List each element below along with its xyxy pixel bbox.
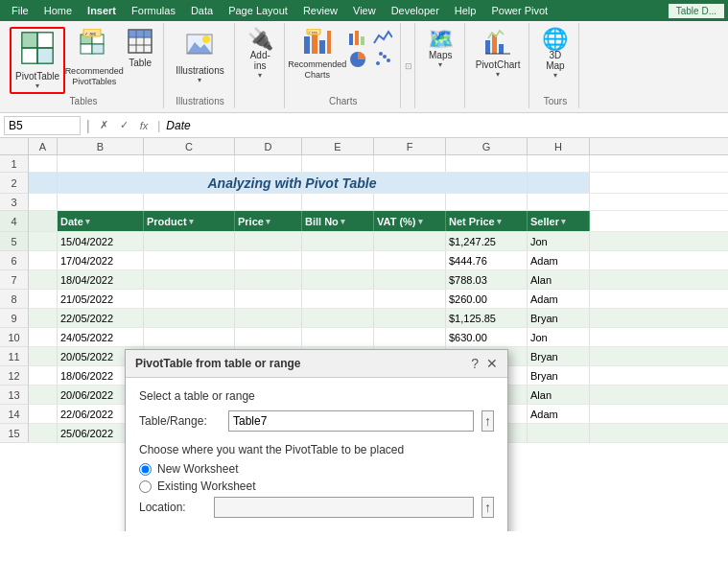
cell-10-vat[interactable] <box>374 328 446 346</box>
cell-10-billno[interactable] <box>302 328 374 346</box>
charts-launcher[interactable]: ⊡ <box>403 23 415 108</box>
cell-5-product[interactable] <box>144 232 235 250</box>
rownum-7[interactable]: 7 <box>0 270 29 290</box>
illustrations-button[interactable]: Illustrations ▾ <box>172 27 228 86</box>
cell-4-A[interactable] <box>29 211 58 231</box>
name-box[interactable] <box>4 116 81 135</box>
cell-12-seller[interactable]: Bryan <box>528 366 590 385</box>
cell-6-vat[interactable] <box>374 251 446 269</box>
cell-3-C[interactable] <box>144 194 235 210</box>
col-header-F[interactable]: F <box>374 138 446 154</box>
pivottable-button[interactable]: PivotTable ▾ <box>10 27 65 94</box>
cell-9-price[interactable] <box>235 309 302 327</box>
table-range-picker-icon[interactable]: ↑ <box>481 410 494 432</box>
cell-11-seller[interactable]: Bryan <box>528 347 590 365</box>
menu-file[interactable]: File <box>4 3 36 18</box>
rownum-6[interactable]: 6 <box>0 251 29 270</box>
cancel-formula-icon[interactable]: ✗ <box>96 119 112 131</box>
cell-10-price[interactable] <box>235 328 302 346</box>
rownum-4[interactable]: 4 <box>0 211 29 232</box>
header-date[interactable]: Date ▾ <box>58 211 144 231</box>
formula-input[interactable]: Date <box>166 119 724 132</box>
pie-chart-button[interactable] <box>346 50 369 69</box>
header-vat[interactable]: VAT (%) ▾ <box>374 211 446 231</box>
cell-6-billno[interactable] <box>302 251 374 269</box>
line-chart-button[interactable] <box>371 29 394 48</box>
cell-8-seller[interactable]: Adam <box>528 290 590 308</box>
header-billno[interactable]: Bill No ▾ <box>302 211 374 231</box>
cell-10-netprice[interactable]: $630.00 <box>446 328 528 346</box>
cell-10-seller[interactable]: Jon <box>528 328 590 346</box>
location-input[interactable] <box>214 497 474 518</box>
insert-function-icon[interactable]: fx <box>136 120 153 131</box>
header-seller[interactable]: Seller ▾ <box>528 211 590 231</box>
location-picker-icon[interactable]: ↑ <box>481 497 494 518</box>
cell-5-vat[interactable] <box>374 232 446 250</box>
rownum-5[interactable]: 5 <box>0 232 29 251</box>
col-header-C[interactable]: C <box>144 138 235 154</box>
col-header-E[interactable]: E <box>302 138 374 154</box>
rownum-3[interactable]: 3 <box>0 194 29 211</box>
rownum-2[interactable]: 2 <box>0 173 29 194</box>
cell-9-netprice[interactable]: $1,125.85 <box>446 309 528 327</box>
cell-7-seller[interactable]: Alan <box>528 270 590 289</box>
cell-1-D[interactable] <box>235 155 302 172</box>
cell-8-A[interactable] <box>29 290 58 308</box>
cell-14-seller[interactable]: Adam <box>528 405 590 423</box>
rownum-14[interactable]: 14 <box>0 405 29 424</box>
cell-8-date[interactable]: 21/05/2022 <box>58 290 144 308</box>
recommended-charts-button[interactable]: ✓ rec RecommendedCharts <box>293 27 342 82</box>
cell-10-A[interactable] <box>29 328 58 346</box>
menu-powerpivot[interactable]: Power Pivot <box>483 3 555 18</box>
menu-data[interactable]: Data <box>183 3 221 18</box>
col-header-H[interactable]: H <box>528 138 590 154</box>
cell-5-date[interactable]: 15/04/2022 <box>58 232 144 250</box>
cell-1-H[interactable] <box>528 155 590 172</box>
cell-9-product[interactable] <box>144 309 235 327</box>
col-header-G[interactable]: G <box>446 138 528 154</box>
cell-10-product[interactable] <box>144 328 235 346</box>
cell-7-product[interactable] <box>144 270 235 289</box>
menu-view[interactable]: View <box>345 3 384 18</box>
cell-3-A[interactable] <box>29 194 58 210</box>
header-netprice[interactable]: Net Price ▾ <box>446 211 528 231</box>
cell-6-price[interactable] <box>235 251 302 269</box>
cell-3-H[interactable] <box>528 194 590 210</box>
menu-pagelayout[interactable]: Page Layout <box>221 3 295 18</box>
rownum-15[interactable]: 15 <box>0 424 29 443</box>
col-header-A[interactable]: A <box>29 138 58 154</box>
rownum-9[interactable]: 9 <box>0 309 29 328</box>
confirm-formula-icon[interactable]: ✓ <box>116 119 132 131</box>
cell-1-G[interactable] <box>446 155 528 172</box>
cell-11-A[interactable] <box>29 347 58 365</box>
cell-3-B[interactable] <box>58 194 144 210</box>
cell-7-date[interactable]: 18/04/2022 <box>58 270 144 289</box>
cell-14-A[interactable] <box>29 405 58 423</box>
cell-5-price[interactable] <box>235 232 302 250</box>
cell-9-A[interactable] <box>29 309 58 327</box>
menu-developer[interactable]: Developer <box>384 3 447 18</box>
cell-6-A[interactable] <box>29 251 58 269</box>
cell-5-billno[interactable] <box>302 232 374 250</box>
cell-1-F[interactable] <box>374 155 446 172</box>
rownum-10[interactable]: 10 <box>0 328 29 347</box>
cell-6-product[interactable] <box>144 251 235 269</box>
cell-1-E[interactable] <box>302 155 374 172</box>
cell-13-A[interactable] <box>29 386 58 404</box>
cell-6-netprice[interactable]: $444.76 <box>446 251 528 269</box>
cell-9-billno[interactable] <box>302 309 374 327</box>
cell-3-F[interactable] <box>374 194 446 210</box>
cell-2-A[interactable] <box>29 173 58 193</box>
cell-8-price[interactable] <box>235 290 302 308</box>
cell-3-G[interactable] <box>446 194 528 210</box>
scatter-chart-button[interactable] <box>371 50 394 69</box>
cell-10-date[interactable]: 24/05/2022 <box>58 328 144 346</box>
cell-8-netprice[interactable]: $260.00 <box>446 290 528 308</box>
bar-chart-button[interactable] <box>346 29 369 48</box>
cell-3-D[interactable] <box>235 194 302 210</box>
cell-8-vat[interactable] <box>374 290 446 308</box>
cell-6-seller[interactable]: Adam <box>528 251 590 269</box>
table-button[interactable]: Table <box>123 27 157 70</box>
cell-7-billno[interactable] <box>302 270 374 289</box>
cell-9-vat[interactable] <box>374 309 446 327</box>
